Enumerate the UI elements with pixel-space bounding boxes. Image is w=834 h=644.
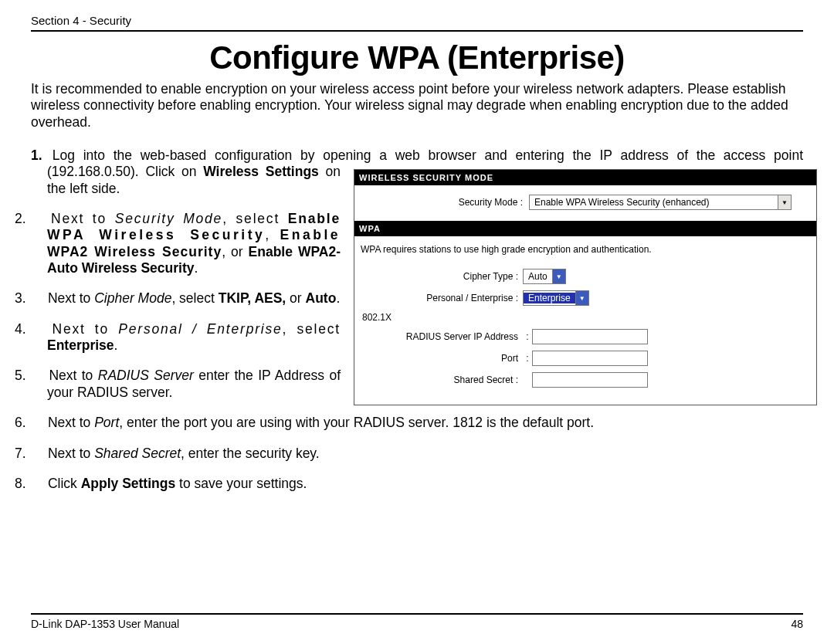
- security-mode-row: Security Mode : Enable WPA Wireless Secu…: [354, 185, 816, 221]
- step-4-number: 4.: [31, 321, 44, 337]
- footer-left: D-Link DAP-1353 User Manual: [31, 618, 179, 630]
- personal-enterprise-value: Enterprise: [524, 293, 575, 303]
- wpa-description: WPA requires stations to use high grade …: [361, 244, 810, 255]
- cipher-type-label: Cipher Type :: [361, 271, 523, 282]
- cipher-type-value: Auto: [524, 271, 552, 282]
- page-header: Section 4 - Security: [31, 14, 803, 32]
- cipher-type-select[interactable]: Auto ▼: [523, 269, 566, 284]
- step-2-pre: Next to: [51, 211, 115, 226]
- chevron-down-icon: ▼: [552, 269, 565, 283]
- step-2-italic: Security Mode: [115, 211, 222, 226]
- step-4-end: .: [114, 337, 118, 353]
- security-mode-label: Security Mode :: [359, 197, 529, 208]
- step-6: 6. Next to Port, enter the port you are …: [31, 415, 803, 431]
- step-7-number: 7.: [31, 446, 44, 462]
- personal-enterprise-select[interactable]: Enterprise ▼: [523, 290, 589, 306]
- step-6-pre: Next to: [48, 415, 94, 430]
- step-3-number: 3.: [31, 290, 44, 307]
- step-6-number: 6.: [31, 415, 44, 431]
- step-8-number: 8.: [31, 476, 44, 492]
- content-area: 1. Log into the web-based configuration …: [31, 147, 803, 492]
- step-5-italic: RADIUS Server: [98, 368, 194, 383]
- step-2-sep1: ,: [265, 227, 280, 242]
- step-3-mid: , select: [171, 290, 218, 306]
- step-2-number: 2.: [31, 211, 44, 227]
- security-mode-value: Enable WPA Wireless Security (enhanced): [530, 197, 714, 208]
- security-mode-select[interactable]: Enable WPA Wireless Security (enhanced) …: [529, 195, 792, 210]
- step-7-italic: Shared Secret: [94, 446, 181, 461]
- panel-header-wpa: WPA: [354, 221, 816, 236]
- step-7-post: , enter the security key.: [181, 446, 320, 461]
- page-title: Configure WPA (Enterprise): [31, 39, 803, 76]
- step-1b-bold: Wireless Settings: [203, 164, 319, 179]
- step-7-pre: Next to: [48, 446, 94, 461]
- step-4-bold: Enterprise: [47, 337, 114, 353]
- step-5-number: 5.: [31, 368, 44, 384]
- personal-enterprise-label: Personal / Enterprise :: [361, 293, 523, 303]
- chevron-down-icon: ▼: [778, 195, 791, 209]
- config-screenshot: WIRELESS SECURITY MODE Security Mode : E…: [354, 169, 817, 405]
- shared-secret-label: Shared Secret :: [361, 375, 523, 385]
- personal-enterprise-row: Personal / Enterprise : Enterprise ▼: [361, 290, 810, 306]
- radius-ip-label: RADIUS Server IP Address: [361, 331, 523, 342]
- step-6-post: , enter the port you are using with your…: [119, 415, 594, 430]
- cipher-type-row: Cipher Type : Auto ▼: [361, 269, 810, 284]
- 8021x-subheader: 802.1X: [362, 312, 810, 323]
- port-row: Port :: [361, 351, 810, 366]
- step-8: 8. Click Apply Settings to save your set…: [31, 476, 803, 492]
- step-1b-pre: (192.168.0.50). Click on: [47, 164, 203, 179]
- step-3-bold: TKIP, AES,: [219, 290, 286, 306]
- step-7: 7. Next to Shared Secret, enter the secu…: [31, 446, 803, 462]
- radius-ip-row: RADIUS Server IP Address :: [361, 329, 810, 344]
- panel-header-security-mode: WIRELESS SECURITY MODE: [354, 170, 816, 185]
- step-5-pre: Next to: [49, 368, 97, 383]
- step-4-mid: , select: [283, 321, 341, 337]
- port-input[interactable]: [532, 351, 648, 366]
- step-3-bold2: Auto: [306, 290, 337, 306]
- colon: :: [523, 353, 532, 364]
- shared-secret-row: Shared Secret :: [361, 372, 810, 388]
- step-1-number: 1.: [31, 147, 44, 164]
- shared-secret-input[interactable]: [532, 372, 648, 388]
- step-3-pre: Next to: [48, 290, 94, 306]
- chevron-down-icon: ▼: [575, 291, 588, 305]
- page-number: 48: [791, 618, 803, 630]
- step-2-end: .: [194, 260, 198, 276]
- step-8-bold: Apply Settings: [81, 476, 176, 491]
- step-8-post: to save your settings.: [175, 476, 307, 491]
- step-8-pre: Click: [48, 476, 81, 491]
- step-3-mid2: or: [286, 290, 305, 306]
- radius-ip-input[interactable]: [532, 329, 648, 344]
- step-2-mid: , select: [222, 211, 288, 226]
- step-4-italic: Personal / Enterprise: [118, 321, 282, 337]
- step-2-sep2: , or: [222, 244, 248, 259]
- step-4-pre: Next to: [52, 321, 118, 337]
- step-3-italic: Cipher Mode: [94, 290, 171, 306]
- colon: :: [523, 331, 532, 342]
- wpa-panel-body: WPA requires stations to use high grade …: [354, 236, 816, 405]
- step-1-text: Log into the web-based configuration by …: [53, 147, 803, 163]
- intro-paragraph: It is recommended to enable encryption o…: [31, 81, 803, 130]
- page-footer: D-Link DAP-1353 User Manual 48: [31, 613, 803, 630]
- step-6-italic: Port: [94, 415, 119, 430]
- step-3-end: .: [336, 290, 340, 306]
- port-label: Port: [361, 353, 523, 364]
